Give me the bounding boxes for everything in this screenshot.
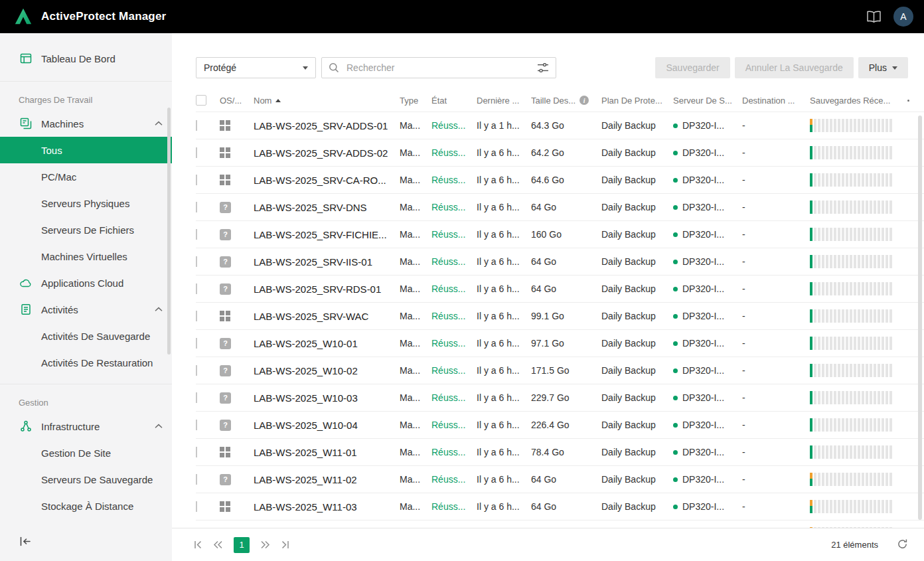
row-checkbox[interactable] <box>196 256 197 267</box>
collapse-sidebar-icon[interactable] <box>19 536 32 549</box>
machine-name[interactable]: LAB-WS-2025_W11-03 <box>254 501 400 513</box>
recent-backups-chart[interactable] <box>810 500 900 513</box>
row-checkbox[interactable] <box>196 147 197 158</box>
column-settings-menu[interactable] <box>900 100 916 102</box>
recent-backups-chart[interactable] <box>810 146 900 159</box>
next-page-icon[interactable] <box>260 540 270 549</box>
sidebar-item-physical-servers[interactable]: Serveurs Physiques <box>0 190 172 216</box>
row-checkbox[interactable] <box>196 420 197 430</box>
recent-backups-chart[interactable] <box>810 364 900 377</box>
column-state[interactable]: État <box>431 96 477 106</box>
table-row[interactable]: LAB-WS-2025_SRV-ADDS-02 Ma... Réuss... I… <box>196 139 924 166</box>
column-destination[interactable]: Destination ... <box>742 96 810 106</box>
column-backup-server[interactable]: Serveur De S... <box>673 96 742 106</box>
table-row[interactable]: LAB-WS-2025_SRV-WAC Ma... Réuss... Il y … <box>196 302 924 329</box>
table-row[interactable] <box>196 520 924 528</box>
sidebar-item-activities[interactable]: Activités <box>0 296 172 323</box>
row-checkbox[interactable] <box>196 175 197 185</box>
sidebar-item-cloud-applications[interactable]: Applications Cloud <box>0 270 172 296</box>
table-row[interactable]: ? LAB-WS-2025_W10-04 Ma... Réuss... Il y… <box>196 411 924 438</box>
backup-state-link[interactable]: Réuss... <box>431 120 477 131</box>
recent-backups-chart[interactable] <box>810 445 900 459</box>
more-button[interactable]: Plus <box>858 57 908 78</box>
chevron-up-icon[interactable] <box>155 121 163 126</box>
sidebar-item-virtual-machines[interactable]: Machines Virtuelles <box>0 243 172 270</box>
recent-backups-chart[interactable] <box>810 527 900 528</box>
backup-state-link[interactable]: Réuss... <box>431 392 477 403</box>
table-row[interactable]: LAB-WS-2025_SRV-CA-RO... Ma... Réuss... … <box>196 166 924 193</box>
table-scrollbar[interactable] <box>918 116 922 520</box>
previous-page-icon[interactable] <box>213 540 223 549</box>
machine-name[interactable]: LAB-WS-2025_W10-04 <box>254 420 400 431</box>
row-checkbox[interactable] <box>196 202 197 212</box>
first-page-icon[interactable] <box>193 540 202 549</box>
table-row[interactable]: LAB-WS-2025_W11-03 Ma... Réuss... Il y a… <box>196 493 924 520</box>
recent-backups-chart[interactable] <box>810 119 900 132</box>
machine-name[interactable]: LAB-WS-2025_W11-02 <box>254 474 400 485</box>
sidebar-item-restore-activities[interactable]: Activités De Restauration <box>0 349 172 376</box>
table-row[interactable]: ? LAB-WS-2025_W11-02 Ma... Réuss... Il y… <box>196 465 924 493</box>
recent-backups-chart[interactable] <box>810 255 900 268</box>
table-row[interactable]: ? LAB-WS-2025_W10-02 Ma... Réuss... Il y… <box>196 357 924 384</box>
recent-backups-chart[interactable] <box>810 228 900 241</box>
column-type[interactable]: Type <box>400 96 431 106</box>
row-checkbox[interactable] <box>196 392 197 403</box>
current-page-button[interactable]: 1 <box>234 537 250 553</box>
table-row[interactable]: ? LAB-WS-2025_SRV-RDS-01 Ma... Réuss... … <box>196 275 924 302</box>
column-protection-plan[interactable]: Plan De Prote... <box>601 96 673 106</box>
column-size[interactable]: Taille Des... <box>531 96 601 106</box>
column-name[interactable]: Nom <box>254 96 400 106</box>
protection-filter-dropdown[interactable]: Protégé <box>196 57 316 78</box>
table-row[interactable]: LAB-WS-2025_W11-01 Ma... Réuss... Il y a… <box>196 438 924 465</box>
table-row[interactable]: ? LAB-WS-2025_W10-01 Ma... Réuss... Il y… <box>196 329 924 357</box>
cancel-backup-button[interactable]: Annuler La Sauvegarde <box>735 57 854 78</box>
backup-state-link[interactable]: Réuss... <box>431 365 477 376</box>
machine-name[interactable]: LAB-WS-2025_W11-01 <box>254 447 400 458</box>
machine-name[interactable]: LAB-WS-2025_W10-01 <box>254 338 400 349</box>
row-checkbox[interactable] <box>196 501 197 512</box>
row-checkbox[interactable] <box>196 311 197 321</box>
table-row[interactable]: ? LAB-WS-2025_SRV-IIS-01 Ma... Réuss... … <box>196 248 924 275</box>
machine-name[interactable]: LAB-WS-2025_W10-02 <box>254 365 400 376</box>
recent-backups-chart[interactable] <box>810 337 900 350</box>
recent-backups-chart[interactable] <box>810 391 900 404</box>
column-last-backup[interactable]: Dernière ... <box>477 96 531 106</box>
search-input[interactable] <box>345 62 531 74</box>
row-checkbox[interactable] <box>196 120 197 131</box>
backup-state-link[interactable]: Réuss... <box>431 420 477 430</box>
backup-state-link[interactable]: Réuss... <box>431 311 477 321</box>
chevron-up-icon[interactable] <box>155 307 163 312</box>
machine-name[interactable]: LAB-WS-2025_SRV-WAC <box>254 311 400 322</box>
manual-book-icon[interactable] <box>866 11 882 23</box>
info-icon[interactable] <box>579 96 589 105</box>
sidebar-scrollbar[interactable] <box>167 108 171 355</box>
machine-name[interactable]: LAB-WS-2025_SRV-RDS-01 <box>254 283 400 295</box>
sidebar-item-infrastructure[interactable]: Infrastructure <box>0 413 172 440</box>
sidebar-item-remote-storage[interactable]: Stockage À Distance <box>0 493 172 519</box>
machine-name[interactable]: LAB-WS-2025_SRV-IIS-01 <box>254 256 400 268</box>
recent-backups-chart[interactable] <box>810 173 900 187</box>
refresh-icon[interactable] <box>897 538 908 552</box>
machine-name[interactable]: LAB-WS-2025_SRV-ADDS-01 <box>254 120 400 131</box>
backup-state-link[interactable]: Réuss... <box>431 501 477 512</box>
chevron-up-icon[interactable] <box>155 424 163 429</box>
backup-state-link[interactable]: Réuss... <box>431 474 477 485</box>
sidebar-item-backup-activities[interactable]: Activités De Sauvegarde <box>0 323 172 349</box>
recent-backups-chart[interactable] <box>810 473 900 486</box>
row-checkbox[interactable] <box>196 447 197 457</box>
sidebar-item-all-machines[interactable]: Tous <box>0 137 172 163</box>
sidebar-item-dashboard[interactable]: Tableau De Bord <box>0 45 172 72</box>
machine-name[interactable]: LAB-WS-2025_W10-03 <box>254 392 400 404</box>
row-checkbox[interactable] <box>196 338 197 349</box>
machine-name[interactable]: LAB-WS-2025_SRV-ADDS-02 <box>254 147 400 159</box>
recent-backups-chart[interactable] <box>810 282 900 295</box>
column-recent-backups[interactable]: Sauvegardes Réce... <box>810 96 900 106</box>
row-checkbox[interactable] <box>196 283 197 294</box>
last-page-icon[interactable] <box>281 540 290 549</box>
backup-state-link[interactable]: Réuss... <box>431 229 477 240</box>
backup-button[interactable]: Sauvegarder <box>655 57 730 78</box>
table-row[interactable]: ? LAB-WS-2025_SRV-DNS Ma... Réuss... Il … <box>196 193 924 220</box>
backup-state-link[interactable]: Réuss... <box>431 202 477 212</box>
select-all-checkbox[interactable] <box>196 95 206 106</box>
column-os[interactable]: OS/... <box>220 96 254 106</box>
